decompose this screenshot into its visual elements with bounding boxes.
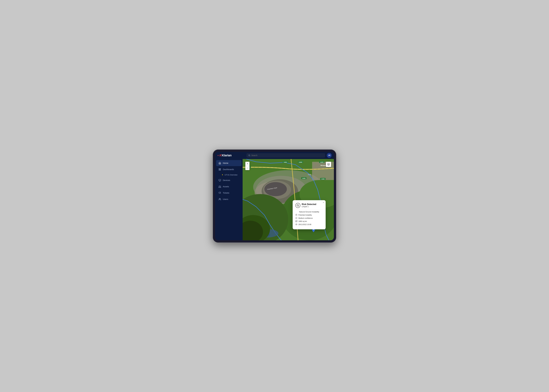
svg-line-62 — [298, 206, 299, 206]
search-bar[interactable] — [246, 153, 325, 158]
sidebar-item-ut01[interactable]: ★ UT-01 Overview — [215, 173, 243, 177]
zoom-controls: + − — [245, 162, 249, 170]
user-initials: JR — [328, 154, 331, 156]
svg-rect-5 — [219, 169, 219, 170]
zoom-out-button[interactable]: − — [245, 166, 249, 170]
popup-subtitle: Limpet 1 — [302, 206, 316, 208]
search-input[interactable] — [251, 154, 323, 156]
sidebar-label-users: Users — [223, 198, 228, 200]
svg-rect-2 — [219, 168, 219, 169]
svg-rect-23 — [316, 163, 317, 164]
sidebar-item-tickets[interactable]: Tickets — [216, 190, 241, 196]
logo-text: KKlarian — [219, 154, 232, 157]
map-icon — [296, 220, 297, 223]
layers-button[interactable] — [326, 162, 331, 167]
devices-icon — [218, 179, 221, 182]
sidebar-label-devices: Devices — [223, 179, 230, 181]
sidebar-label-assets: Assets — [223, 185, 229, 188]
tablet-screen: ›› KKlarian JR — [215, 152, 334, 240]
svg-rect-3 — [220, 168, 221, 169]
svg-text:Co-op: Co-op — [308, 174, 311, 175]
svg-rect-30 — [316, 167, 317, 169]
svg-rect-29 — [314, 167, 315, 169]
sidebar-label-ut01: UT-01 Overview — [225, 174, 237, 176]
popup-detail-area-text: 1890 sq km — [298, 220, 307, 222]
svg-text:A4061: A4061 — [284, 161, 287, 163]
popup-card: × Risk Detected Limpet — [293, 200, 326, 229]
home-icon — [218, 162, 221, 164]
svg-point-70 — [296, 224, 297, 225]
popup-detail-datetime: 29/11/2022 10:08 — [296, 224, 323, 226]
svg-line-1 — [250, 156, 250, 156]
users-icon — [218, 198, 221, 201]
top-bar: ›› KKlarian JR — [215, 152, 334, 159]
dashboards-icon — [218, 168, 221, 171]
logo-arrows: ›› — [217, 154, 219, 157]
sidebar-item-dashboards[interactable]: Dashboards — [216, 166, 241, 172]
layers-icon — [327, 163, 330, 166]
sidebar-label-tickets: Tickets — [223, 192, 229, 194]
svg-rect-31 — [318, 167, 319, 169]
svg-text:A4465: A4465 — [321, 178, 324, 180]
svg-rect-4 — [220, 169, 221, 170]
popup-section-title: Natural Ground Instability — [296, 211, 323, 213]
tickets-icon — [218, 192, 221, 194]
star-icon: ★ — [222, 174, 223, 176]
svg-point-10 — [219, 198, 220, 199]
logo-name: Klarian — [222, 154, 232, 157]
assets-icon — [218, 185, 221, 188]
search-icon — [248, 154, 250, 156]
popup-detail-confidence-text: Medium confidence — [298, 217, 313, 219]
question-circle-icon — [296, 214, 297, 216]
svg-rect-9 — [219, 187, 221, 188]
popup-close-button[interactable]: × — [323, 202, 324, 203]
popup-title: Risk Detected — [302, 203, 316, 206]
sidebar-item-assets[interactable]: Assets — [216, 183, 241, 190]
svg-text:Hirwaun: Hirwaun — [321, 165, 327, 166]
svg-rect-26 — [314, 165, 315, 167]
svg-rect-24 — [318, 163, 319, 164]
main-area: Home Dashboards ★ UT-01 Overview — [215, 159, 334, 240]
popup-risk-icon — [296, 203, 300, 208]
popup-detail-confidence: Medium confidence — [296, 217, 323, 219]
svg-rect-28 — [319, 165, 320, 167]
popup-detail-instability-text: Potential Instablity — [298, 214, 312, 216]
svg-rect-33 — [323, 163, 325, 164]
zoom-in-button[interactable]: + — [245, 162, 249, 166]
check-circle-icon — [296, 217, 297, 219]
svg-rect-25 — [321, 163, 322, 164]
sidebar-label-dashboards: Dashboards — [223, 168, 234, 170]
sidebar-item-users[interactable]: Users — [216, 196, 241, 202]
svg-rect-27 — [316, 165, 318, 167]
sidebar-label-home: Home — [223, 162, 228, 164]
svg-text:A4059: A4059 — [320, 161, 324, 163]
svg-rect-22 — [314, 163, 315, 164]
popup-detail-instability: Potential Instablity — [296, 214, 323, 216]
svg-rect-6 — [219, 179, 221, 181]
popup-detail-area: 1890 sq km — [296, 220, 323, 223]
svg-marker-59 — [327, 163, 330, 164]
popup-title-group: Risk Detected Limpet 1 — [302, 203, 316, 208]
sidebar: Home Dashboards ★ UT-01 Overview — [215, 159, 243, 240]
svg-marker-67 — [296, 220, 297, 222]
svg-text:A4465: A4465 — [302, 178, 305, 179]
map-container: A4061 A4061 A4059 A4059 A4465 A4465 Hirw… — [243, 159, 334, 240]
popup-header: Risk Detected Limpet 1 — [296, 203, 323, 208]
sidebar-item-devices[interactable]: Devices — [216, 177, 241, 183]
sidebar-item-home[interactable]: Home — [216, 160, 241, 166]
arrow-red-icon: ›› — [217, 154, 219, 157]
tablet-frame: ›› KKlarian JR — [213, 149, 336, 243]
popup-detail-datetime-text: 29/11/2022 10:08 — [298, 224, 311, 225]
logo-k: K — [219, 154, 222, 157]
eye-icon — [296, 224, 297, 226]
svg-text:A4059: A4059 — [299, 161, 302, 163]
user-avatar[interactable]: JR — [327, 153, 332, 158]
logo-area: ›› KKlarian — [217, 154, 245, 157]
